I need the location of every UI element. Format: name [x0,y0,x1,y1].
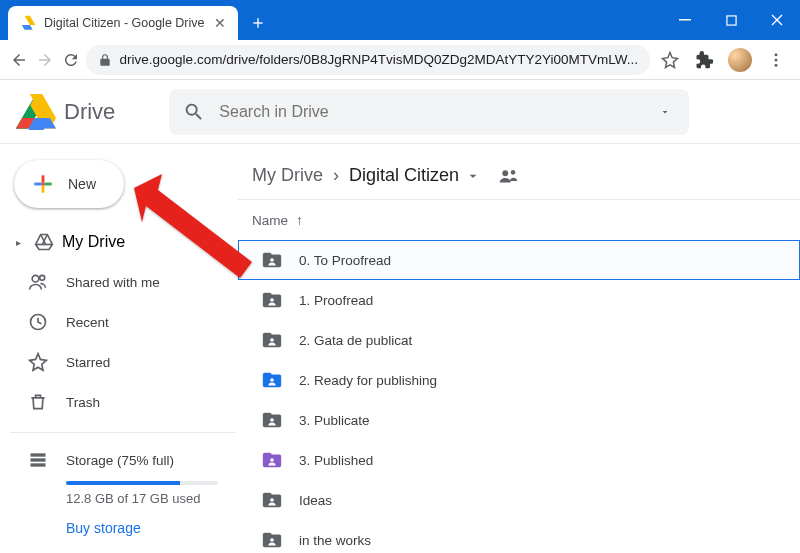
chrome-menu-icon[interactable] [760,45,792,75]
folder-name: 2. Gata de publicat [299,333,412,348]
svg-point-29 [270,538,274,542]
trash-icon [28,392,48,412]
window-titlebar: Digital Citizen - Google Drive ✕ [0,0,800,40]
window-close-button[interactable] [754,0,800,40]
plus-icon [30,171,56,197]
svg-point-24 [270,338,274,342]
breadcrumb-root[interactable]: My Drive [252,165,323,186]
expand-icon[interactable]: ▸ [16,237,26,248]
search-input[interactable] [219,103,641,121]
svg-rect-17 [31,453,46,456]
browser-tab-title: Digital Citizen - Google Drive [44,16,206,30]
sidebar-item-label: My Drive [62,233,125,251]
sidebar-item-shared[interactable]: Shared with me [10,262,236,302]
folder-row[interactable]: 3. Publicate [238,400,800,440]
sidebar-item-recent[interactable]: Recent [10,302,236,342]
star-icon [28,352,48,372]
url-text: drive.google.com/drive/folders/0B8JgRNP4… [120,52,638,67]
svg-point-3 [775,58,778,61]
sidebar: New ▸ My Drive Shared with me Recent Sta… [0,80,238,553]
search-options-dropdown[interactable] [655,106,675,118]
sidebar-item-my-drive[interactable]: ▸ My Drive [10,222,236,262]
svg-point-14 [32,275,39,282]
svg-point-28 [270,498,274,502]
folder-row[interactable]: in the works [238,520,800,553]
svg-rect-1 [726,15,735,24]
address-bar[interactable]: drive.google.com/drive/folders/0B8JgRNP4… [86,45,650,75]
svg-point-21 [511,170,516,175]
my-drive-icon [34,232,54,252]
nav-back-button[interactable] [8,45,30,75]
sidebar-item-starred[interactable]: Starred [10,342,236,382]
breadcrumb-current-label: Digital Citizen [349,165,459,186]
lock-icon [98,53,112,67]
column-name-label: Name [252,213,288,228]
folder-row[interactable]: 2. Gata de publicat [238,320,800,360]
column-header[interactable]: Name ↑ [238,200,800,240]
folder-name: 1. Proofread [299,293,373,308]
svg-point-27 [270,458,274,462]
sidebar-item-label: Trash [66,395,100,410]
sidebar-item-label: Starred [66,355,110,370]
drive-logo[interactable]: Drive [16,92,115,132]
folder-name: Ideas [299,493,332,508]
breadcrumb-current[interactable]: Digital Citizen [349,165,481,186]
shared-folder-icon [261,331,283,349]
browser-tab[interactable]: Digital Citizen - Google Drive ✕ [8,6,238,40]
new-button-label: New [68,176,96,192]
storage-progress [66,481,218,485]
drive-logo-icon [16,92,56,132]
main-panel: My Drive › Digital Citizen Name ↑ 0. To … [238,80,800,553]
folder-name: 2. Ready for publishing [299,373,437,388]
sidebar-item-trash[interactable]: Trash [10,382,236,422]
folder-row[interactable]: 0. To Proofread [238,240,800,280]
nav-forward-button[interactable] [34,45,56,75]
shared-folder-icon [261,411,283,429]
svg-point-26 [270,418,274,422]
new-tab-button[interactable] [244,9,272,37]
svg-rect-18 [31,458,46,461]
shared-icon [28,272,48,292]
svg-rect-19 [31,463,46,466]
storage-title: Storage (75% full) [66,453,174,468]
sidebar-item-label: Shared with me [66,275,160,290]
drive-header: Drive [0,80,800,144]
close-tab-icon[interactable]: ✕ [214,15,226,31]
window-maximize-button[interactable] [708,0,754,40]
sidebar-item-label: Recent [66,315,109,330]
file-list: 0. To Proofread1. Proofread2. Gata de pu… [238,240,800,553]
folder-name: 3. Published [299,453,373,468]
search-box[interactable] [169,89,689,135]
profile-avatar[interactable] [728,48,752,72]
drive-product-name: Drive [64,99,115,125]
extensions-icon[interactable] [688,45,720,75]
chevron-right-icon: › [333,165,339,186]
shared-folder-icon [261,531,283,549]
sidebar-item-storage[interactable]: Storage (75% full) [10,443,236,477]
svg-rect-0 [679,19,691,21]
storage-used-text: 12.8 GB of 17 GB used [66,491,236,506]
svg-point-23 [270,298,274,302]
folder-row[interactable]: 2. Ready for publishing [238,360,800,400]
window-minimize-button[interactable] [662,0,708,40]
browser-toolbar: drive.google.com/drive/folders/0B8JgRNP4… [0,40,800,80]
bookmark-star-icon[interactable] [654,45,686,75]
folder-row[interactable]: 3. Published [238,440,800,480]
shared-folder-icon [261,491,283,509]
svg-point-25 [270,378,274,382]
buy-storage-link[interactable]: Buy storage [66,520,236,536]
shared-folder-icon [261,451,283,469]
folder-name: 3. Publicate [299,413,370,428]
nav-reload-button[interactable] [60,45,82,75]
svg-point-22 [270,258,274,262]
folder-name: 0. To Proofread [299,253,391,268]
folder-row[interactable]: 1. Proofread [238,280,800,320]
search-icon [183,101,205,123]
folder-row[interactable]: Ideas [238,480,800,520]
folder-shared-icon[interactable] [497,165,519,187]
new-button[interactable]: New [14,160,124,208]
svg-point-20 [502,170,508,176]
sort-ascending-icon: ↑ [296,212,303,228]
svg-rect-9 [42,183,45,186]
drive-favicon-icon [20,15,36,31]
